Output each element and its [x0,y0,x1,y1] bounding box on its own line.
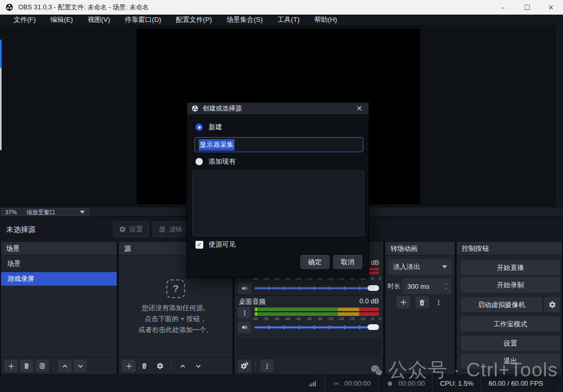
remove-transition-button[interactable] [415,296,429,309]
meter-tick: -40 [295,316,301,321]
meter-tick: -30 [316,316,322,321]
menu-view[interactable]: 视图(V) [80,15,117,25]
transitions-panel: 转场动画 淡入淡出 时长 300 ms [385,242,455,374]
zoom-mode-label: 缩放至窗口 [27,209,55,216]
dialog-close-button[interactable]: ✕ [354,104,364,113]
source-properties-label: 设置 [129,225,143,234]
obs-logo-icon [191,105,199,112]
background-window-edge-light [0,68,2,150]
radio-unselected-icon[interactable] [195,158,203,165]
chevron-up-icon [179,362,187,370]
menu-scene-collection[interactable]: 场景集合(S) [219,15,270,25]
menu-edit[interactable]: 编辑(E) [43,15,80,25]
menu-file[interactable]: 文件(F) [6,15,43,25]
make-source-visible-option[interactable]: ✓ 使源可见 [195,240,236,249]
meter-tick: -20 [338,316,344,321]
channel2-mute-button[interactable] [238,322,251,333]
add-source-button[interactable] [122,360,136,372]
add-transition-button[interactable] [397,296,410,309]
menu-profile[interactable]: 配置文件(P) [168,15,219,25]
spinner-up-icon[interactable] [443,281,449,286]
kebab-menu-icon [264,363,271,370]
minimize-button[interactable]: – [491,0,515,15]
settings-button[interactable]: 设置 [461,336,560,351]
empty-hint-line1: 您还没有添加任何源。 [119,302,232,313]
maximize-button[interactable]: ☐ [515,0,539,15]
exit-button[interactable]: 退出 [461,353,560,369]
meter-tick: -55 [263,316,269,321]
menu-help[interactable]: 帮助(H) [307,15,345,25]
meter-tick: -15 [349,316,354,321]
zoom-mode-dropdown[interactable]: 缩放至窗口 [22,208,90,216]
virtual-camera-config-button[interactable] [544,297,560,312]
channel2-name: 桌面音频 [239,297,266,307]
chevron-down-icon [442,265,447,268]
channel2-volume-slider[interactable] [254,324,379,330]
remove-source-button[interactable] [138,360,151,372]
slider-track [254,326,379,328]
studio-mode-button[interactable]: 工作室模式 [461,316,560,332]
slider-handle[interactable] [368,285,379,291]
add-existing-option[interactable]: 添加现有 [195,157,236,166]
scenes-header[interactable]: 场景 [1,242,117,255]
start-recording-button[interactable]: 开始录制 [461,277,560,292]
source-filters-button[interactable]: 滤镜 [153,222,188,237]
source-settings-button[interactable] [153,360,167,372]
kebab-menu-icon [435,299,442,306]
add-scene-button[interactable] [4,360,18,372]
dialog-titlebar[interactable]: 创建或选择源 ✕ [187,103,369,114]
channel2-volume-meter [254,308,379,316]
menu-docks[interactable]: 停靠窗口(D) [117,15,168,25]
filter-icon [158,226,166,233]
channel1-mute-button[interactable] [238,283,251,294]
radio-selected-icon[interactable] [195,124,203,131]
slider-track [254,287,379,289]
spinner-down-icon[interactable] [443,286,449,291]
advanced-audio-button[interactable] [238,360,251,372]
filter-icon [39,362,46,370]
ok-button[interactable]: 确定 [300,255,329,269]
window-title: OBS 31.0.3 - 配置文件: 未命名 - 场景: 未命名 [18,3,149,12]
chevron-down-icon [77,362,84,370]
preview-scrollbar[interactable] [556,25,563,207]
gears-icon-small [244,362,249,366]
transition-select[interactable]: 淡入淡出 [388,259,452,275]
close-button[interactable]: ✕ [539,0,563,15]
scene-move-down-button[interactable] [74,360,87,372]
source-properties-button[interactable]: 设置 [113,222,149,237]
obs-logo-icon [5,3,14,11]
remove-scene-button[interactable] [20,360,33,372]
source-move-down-button[interactable] [191,360,205,372]
slider-handle[interactable] [368,324,379,330]
channel1-volume-slider[interactable] [254,285,379,291]
cancel-button[interactable]: 取消 [333,255,362,269]
start-virtual-camera-button[interactable]: 启动虚拟摄像机 [461,297,542,312]
transition-current: 淡入淡出 [388,262,437,272]
channel2-options-button[interactable] [238,307,251,318]
existing-sources-list[interactable] [192,170,364,236]
create-source-dialog: 创建或选择源 ✕ 新建 显示器采集 添加现有 ✓ 使源可见 确定 取消 [187,102,369,278]
scene-move-up-button[interactable] [58,360,71,372]
toolbar-separator [53,361,54,371]
connection-quality [301,375,324,392]
mixer-options-button[interactable] [260,360,274,372]
scene-filters-button[interactable] [35,360,49,372]
start-streaming-button[interactable]: 开始直播 [461,260,560,275]
empty-hint-line2: 点击下面的 + 按钮， [119,313,232,324]
checkbox-checked-icon[interactable]: ✓ [195,241,203,249]
transitions-header[interactable]: 转场动画 [385,242,455,255]
duration-spinner[interactable]: 300 ms [402,278,451,294]
controls-header[interactable]: 控制按钮 [457,242,562,255]
plus-icon [125,362,133,370]
scene-item-selected[interactable]: 游戏录屏 [1,272,117,286]
sources-toolbar [119,357,232,374]
menu-tools[interactable]: 工具(T) [270,15,307,25]
source-move-up-button[interactable] [176,360,189,372]
transition-options-button[interactable] [434,296,444,309]
scene-item[interactable]: 场景 [1,257,117,271]
create-new-option[interactable]: 新建 [195,123,222,132]
cpu-usage: CPU: 1.5% [433,375,481,392]
duration-value: 300 ms [402,283,440,290]
source-name-input[interactable]: 显示器采集 [194,137,363,152]
resize-grip[interactable] [555,384,562,391]
